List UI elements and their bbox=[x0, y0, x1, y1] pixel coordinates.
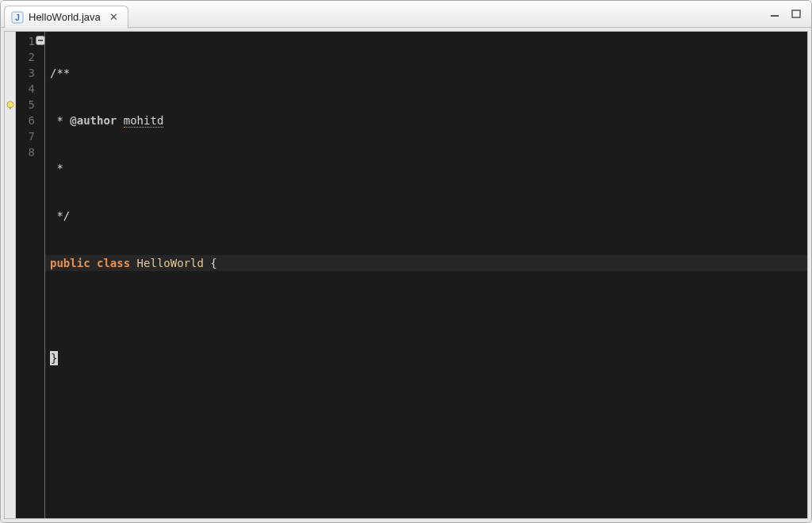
tab-bar: J HelloWorld.java ✕ bbox=[1, 1, 811, 28]
svg-rect-3 bbox=[792, 10, 800, 17]
keyword-token: class bbox=[97, 257, 130, 269]
line-number[interactable]: 6 bbox=[16, 113, 35, 128]
line-number[interactable]: 4 bbox=[16, 81, 35, 97]
maximize-view-icon[interactable] bbox=[791, 10, 803, 19]
space-token bbox=[117, 114, 123, 127]
comment-token: */ bbox=[50, 209, 70, 222]
close-icon[interactable]: ✕ bbox=[109, 12, 120, 23]
code-area[interactable]: /** * @author mohitd * */ public class H… bbox=[45, 32, 807, 518]
code-line[interactable] bbox=[50, 303, 807, 319]
code-line[interactable] bbox=[50, 398, 807, 414]
keyword-token: public bbox=[50, 257, 90, 269]
file-tab[interactable]: J HelloWorld.java ✕ bbox=[4, 6, 128, 28]
line-number[interactable]: 3 bbox=[16, 65, 35, 81]
code-line[interactable]: * bbox=[50, 160, 807, 176]
line-number[interactable]: 2 bbox=[16, 49, 35, 65]
svg-rect-2 bbox=[771, 15, 779, 17]
author-name-token: mohitd bbox=[124, 114, 164, 128]
classname-token: HelloWorld bbox=[137, 257, 204, 269]
comment-token: * bbox=[50, 114, 70, 127]
svg-rect-5 bbox=[10, 107, 11, 109]
svg-point-4 bbox=[7, 101, 13, 108]
code-line[interactable]: */ bbox=[50, 208, 807, 223]
editor-window: J HelloWorld.java ✕ bbox=[1, 1, 811, 522]
quickfix-bulb-icon[interactable] bbox=[6, 99, 15, 109]
comment-token: * bbox=[50, 162, 63, 174]
java-file-icon: J bbox=[11, 11, 24, 24]
code-line[interactable]: * @author mohitd bbox=[50, 113, 807, 128]
editor-frame: 12345678 /** * @author mohitd * */ publi… bbox=[4, 31, 808, 519]
tabbar-actions bbox=[770, 1, 811, 27]
line-number[interactable]: 1 bbox=[16, 33, 35, 49]
line-number[interactable]: 7 bbox=[16, 128, 35, 144]
cursor: } bbox=[50, 351, 58, 365]
space-token bbox=[130, 257, 136, 269]
line-number-gutter[interactable]: 12345678 bbox=[16, 32, 40, 518]
code-line[interactable]: /** bbox=[50, 65, 807, 81]
line-number[interactable]: 5 bbox=[16, 97, 35, 113]
line-number[interactable]: 8 bbox=[16, 144, 35, 160]
svg-text:J: J bbox=[15, 13, 20, 22]
tab-filename: HelloWorld.java bbox=[29, 11, 101, 23]
code-line-current[interactable]: public class HelloWorld { bbox=[45, 255, 807, 271]
javadoc-tag-token: @author bbox=[70, 114, 117, 127]
brace-token: { bbox=[210, 257, 216, 269]
marker-bar[interactable] bbox=[5, 32, 16, 518]
space-token bbox=[90, 257, 97, 269]
editor-outer: 12345678 /** * @author mohitd * */ publi… bbox=[1, 28, 811, 522]
code-line[interactable]: } bbox=[50, 350, 807, 366]
minimize-view-icon[interactable] bbox=[770, 10, 783, 19]
comment-token: /** bbox=[50, 67, 70, 79]
fold-collapse-icon[interactable] bbox=[36, 36, 45, 45]
